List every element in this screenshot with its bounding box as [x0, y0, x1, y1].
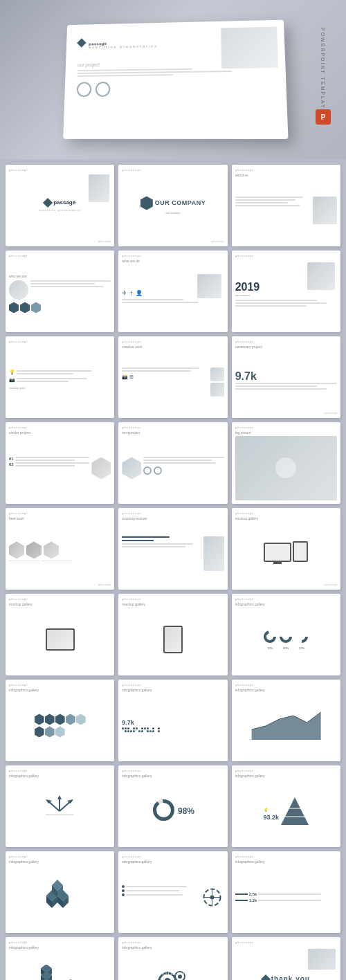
- slide-3-about[interactable]: g#concept about us: [232, 165, 340, 246]
- slide-24-pyramid[interactable]: g#concept infographics gallery 💡 93.2k: [232, 765, 340, 847]
- slide2-footer: g#concept: [122, 239, 224, 243]
- slide3-title: about us: [235, 173, 337, 177]
- pyramid-chart: [281, 796, 309, 827]
- num01: 01: [9, 457, 14, 461]
- logo-name: passagë: [53, 199, 75, 206]
- slide-6-2019[interactable]: g#concept 2019 our concern: [232, 251, 340, 332]
- thankyou-cube-icon: [261, 974, 271, 980]
- slides-row-5: g#concept best team g#concept: [6, 508, 340, 590]
- svg-point-0: [265, 632, 275, 642]
- slide-18-infographics[interactable]: g#concept infographics gallery 70% 40%: [232, 594, 340, 675]
- lightbulb-icon: 💡: [9, 370, 15, 375]
- slide-17-mockup3[interactable]: g#concept mockup gallery: [118, 594, 227, 675]
- slide8-title: creative work: [122, 345, 224, 349]
- slide-16-mockup2[interactable]: g#concept mockup gallery: [6, 594, 114, 675]
- hero-circles: [77, 80, 274, 97]
- slide-22-arrows[interactable]: g#concept infographics gallery: [6, 765, 114, 847]
- tablet-device: [293, 541, 308, 562]
- slide-20-worldmap[interactable]: g#concept infographics gallery 9.7k: [118, 680, 227, 761]
- thankyou-logo: thank you: [235, 975, 337, 980]
- pct1: 70%: [263, 646, 277, 650]
- slide-21-areachart[interactable]: g#concept infographics gallery: [232, 680, 340, 761]
- slide15-brand: g#concept: [235, 511, 337, 515]
- slides-row-4: g#concept similar project 01 02: [6, 422, 340, 504]
- slide19-title: infographics gallery: [9, 688, 111, 692]
- slide-8-creative2[interactable]: g#concept creative work 📸 ⊞: [118, 336, 227, 418]
- slides-row-9: g#concept infographics gallery: [6, 851, 340, 933]
- slide8-brand: g#concept: [122, 340, 224, 343]
- hex-row1-5: [76, 714, 86, 725]
- slide16-title: mockup gallery: [9, 602, 111, 606]
- slide2-brand: g#concept: [122, 168, 224, 172]
- slides-row-6: g#concept mockup gallery g#concept mocku…: [6, 594, 340, 675]
- slide26-layout: [122, 885, 224, 909]
- slide27-brand: g#concept: [235, 855, 337, 858]
- slide7-brand: g#concept: [9, 340, 111, 343]
- slide5-text: [122, 299, 224, 303]
- world-dot-map: [122, 727, 224, 732]
- slides-row-8: g#concept infographics gallery: [6, 765, 340, 847]
- slide25-content: [9, 865, 111, 929]
- slide6-sub: our concern: [235, 293, 337, 297]
- slide13-footer: g#concept: [9, 583, 111, 586]
- slide20-title: infographics gallery: [122, 688, 224, 692]
- hex-row1-1: [35, 714, 44, 725]
- team-hex-2: [26, 541, 42, 559]
- slide12-overlay-circle: [275, 457, 296, 478]
- slide25-brand: g#concept: [9, 855, 111, 858]
- slide7-icons-row: 💡: [9, 370, 111, 375]
- circle-icon-2: [95, 82, 111, 97]
- slide4-icons: [9, 302, 111, 313]
- arrow-svg: [42, 794, 77, 828]
- slide-9-necessary[interactable]: g#concept necessary project 9.7k g#conce…: [232, 336, 340, 418]
- slide10-text: 01 02: [9, 457, 89, 479]
- slide14-text: [122, 536, 201, 571]
- slide-19-infographics2[interactable]: g#concept infographics gallery: [6, 680, 114, 761]
- slide-12-bigpicture[interactable]: g#concept big picture: [232, 422, 340, 504]
- slide-15-mockup[interactable]: g#concept mockup gallery g#concept: [232, 508, 340, 590]
- slide-14-woman[interactable]: g#concept inspiring woman: [118, 508, 227, 590]
- slide-26-flow[interactable]: g#concept infographics gallery: [118, 851, 227, 933]
- slides-container: g#concept passagë executive presentation…: [0, 159, 346, 980]
- slide-11-next[interactable]: g#concept next project: [118, 422, 227, 504]
- slide11-brand: g#concept: [122, 426, 224, 429]
- slide20-brand: g#concept: [122, 683, 224, 687]
- slide-27-numlist[interactable]: g#concept infographics gallery 2.5k 1.2k: [232, 851, 340, 933]
- slide-2-our-company[interactable]: g#concept OUR COMPANY our concern g#conc…: [118, 165, 227, 246]
- slide1-arch-img: [89, 174, 109, 202]
- slide19-brand: g#concept: [9, 683, 111, 687]
- slide-28-gear-cubes[interactable]: g#concept infographics gallery: [6, 937, 114, 980]
- slide-5-what[interactable]: g#concept what we do ✛ † 👤: [118, 251, 227, 332]
- logo-sub: executive presentation: [89, 44, 158, 50]
- slide-25-3dboxes[interactable]: g#concept infographics gallery: [6, 851, 114, 933]
- slide-13-team[interactable]: g#concept best team g#concept: [6, 508, 114, 590]
- slide18-charts: 70% 40% 25%: [263, 630, 309, 650]
- svg-point-30: [210, 895, 214, 899]
- slide17-content: [122, 608, 224, 672]
- svg-point-2: [297, 632, 307, 642]
- svg-marker-5: [57, 795, 62, 799]
- team-hex-3: [44, 541, 59, 559]
- slide23-content: 98%: [122, 779, 224, 844]
- slides-row-1: g#concept passagë executive presentation…: [6, 165, 340, 246]
- slide8-text: 📸 ⊞: [122, 368, 208, 397]
- slide12-bg-photo: [235, 436, 337, 500]
- slide28-content: 👤 👤: [9, 951, 111, 980]
- slide-7-creative[interactable]: g#concept 💡 📷: [6, 336, 114, 418]
- slide19-content: [9, 693, 111, 758]
- slide11-text: [143, 457, 224, 479]
- slide5-brand: g#concept: [122, 254, 224, 257]
- slide-1-logo[interactable]: g#concept passagë executive presentation…: [6, 165, 114, 246]
- slide-23-circular[interactable]: g#concept infographics gallery 98%: [118, 765, 227, 847]
- slide24-title: infographics gallery: [235, 774, 337, 778]
- slide15-content: [235, 522, 337, 581]
- slide18-content: 70% 40% 25%: [235, 608, 337, 672]
- slide-10-similar[interactable]: g#concept similar project 01 02: [6, 422, 114, 504]
- slide4-content: who we are: [9, 259, 111, 329]
- slide22-brand: g#concept: [9, 769, 111, 772]
- slide25-3d-cubes: [41, 878, 79, 916]
- slide21-title: infographics gallery: [235, 688, 337, 692]
- slide4-text: [30, 280, 111, 287]
- slide-29-thankyou[interactable]: g#concept thank you: [232, 937, 340, 980]
- slide-4-who[interactable]: g#concept who we are: [6, 251, 114, 332]
